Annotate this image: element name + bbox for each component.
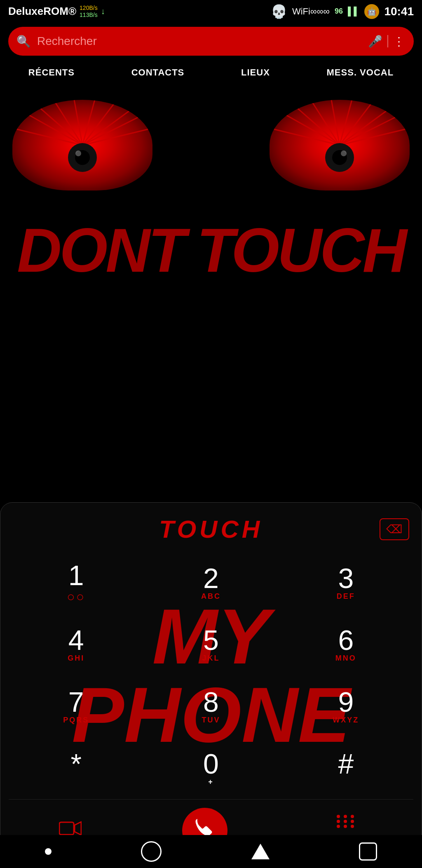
dial-num-hash: # xyxy=(338,750,354,778)
svg-point-23 xyxy=(344,815,347,818)
svg-point-28 xyxy=(337,825,340,828)
dialpad-header: TOUCH ⌫ xyxy=(9,515,413,543)
svg-rect-20 xyxy=(59,822,74,835)
svg-point-29 xyxy=(344,825,347,828)
right-eye-svg xyxy=(270,100,410,191)
speed-info: 120B/s 113B/s xyxy=(80,5,98,19)
microphone-icon[interactable]: 🎤 xyxy=(368,35,382,48)
skull-icon: 💀 xyxy=(271,4,287,19)
tab-contacts[interactable]: CONTACTS xyxy=(127,64,189,81)
dial-key-4[interactable]: 4 GHI xyxy=(9,614,143,675)
svg-point-26 xyxy=(344,820,347,823)
tab-lieux[interactable]: LIEUX xyxy=(237,64,274,81)
dial-sub-2: ABC xyxy=(201,592,221,601)
app-name: DeluxeROM® xyxy=(8,5,76,18)
bg-text-dont: DONT xyxy=(17,216,184,285)
svg-point-27 xyxy=(351,820,354,823)
dial-num-6: 6 xyxy=(338,626,354,654)
right-eye-glow xyxy=(270,100,410,191)
svg-line-4 xyxy=(82,100,95,145)
nav-home-button[interactable] xyxy=(141,841,162,862)
svg-line-7 xyxy=(82,112,148,145)
dial-sub-5: JKL xyxy=(202,654,220,663)
more-options-icon[interactable]: ⋮ xyxy=(393,35,406,48)
dialpad-grid-wrap: MY PHONE 1 ○○ 2 ABC 3 DEF xyxy=(9,552,413,799)
dial-key-1[interactable]: 1 ○○ xyxy=(9,552,143,614)
dialpad-icon xyxy=(335,813,356,834)
battery-icon: 96 xyxy=(335,7,343,16)
dial-key-5[interactable]: 5 JKL xyxy=(143,614,278,675)
search-input[interactable]: Rechercher xyxy=(37,35,362,48)
status-right: 💀 WiFi∞∞∞ 96 ▌▌ 🤖 10:41 xyxy=(271,4,414,19)
svg-marker-21 xyxy=(75,822,81,835)
eye-shine xyxy=(75,151,81,156)
dial-key-8[interactable]: 8 TUV xyxy=(143,675,278,737)
dial-num-5: 5 xyxy=(203,626,219,654)
dialpad-container: TOUCH ⌫ MY PHONE 1 ○○ 2 ABC xyxy=(0,502,422,868)
dial-key-star[interactable]: * xyxy=(9,737,143,799)
left-eye xyxy=(12,100,152,191)
dial-num-8: 8 xyxy=(203,688,219,716)
dial-sub-7: PQRS xyxy=(63,716,89,725)
search-icon: 🔍 xyxy=(16,35,31,48)
svg-point-30 xyxy=(351,825,354,828)
right-eye xyxy=(270,100,410,191)
dial-key-9[interactable]: 9 WXYZ xyxy=(279,675,413,737)
dial-num-9: 9 xyxy=(338,688,354,716)
arrow-down-icon: ↓ xyxy=(101,7,105,16)
dialpad-title: TOUCH xyxy=(159,515,263,543)
dial-sub-4: GHI xyxy=(68,654,84,663)
tab-recents[interactable]: RÉCENTS xyxy=(24,64,79,81)
dial-key-2[interactable]: 2 ABC xyxy=(143,552,278,614)
svg-point-22 xyxy=(337,815,340,818)
dial-sub-8: TUV xyxy=(202,716,220,725)
status-bar: DeluxeROM® 120B/s 113B/s ↓ 💀 WiFi∞∞∞ 96 … xyxy=(0,0,422,23)
signal-bar-icon: ▌▌ xyxy=(348,7,359,16)
left-eye-glow xyxy=(12,100,152,191)
dial-key-6[interactable]: 6 MNO xyxy=(279,614,413,675)
dial-sub-3: DEF xyxy=(337,592,355,601)
search-bar[interactable]: 🔍 Rechercher 🎤 ⋮ xyxy=(8,27,414,56)
eye-container xyxy=(0,100,422,191)
eye-shine xyxy=(341,151,347,156)
dial-sub-9: WXYZ xyxy=(333,716,359,725)
nav-bar xyxy=(0,835,422,868)
left-eye-svg xyxy=(12,100,152,191)
dialpad-grid: 1 ○○ 2 ABC 3 DEF 4 GHI 5 JKL xyxy=(9,552,413,799)
tabs-bar: RÉCENTS CONTACTS LIEUX MESS. VOCAL xyxy=(0,60,422,83)
dial-num-1: 1 xyxy=(68,561,84,589)
svg-point-25 xyxy=(337,820,340,823)
dial-sub-0: + xyxy=(208,778,214,787)
avatar-icon: 🤖 xyxy=(364,4,379,19)
dial-num-2: 2 xyxy=(203,564,219,592)
svg-line-10 xyxy=(274,108,340,145)
backspace-button[interactable]: ⌫ xyxy=(380,518,409,540)
nav-dot xyxy=(45,848,52,855)
nav-back-button[interactable] xyxy=(251,844,270,859)
svg-line-0 xyxy=(16,108,82,145)
dial-num-4: 4 xyxy=(68,626,84,654)
speed-down: 113B/s xyxy=(80,12,98,19)
dial-num-7: 7 xyxy=(68,688,84,716)
wallpaper-text: DONT TOUCH xyxy=(0,219,422,281)
dialpad: TOUCH ⌫ MY PHONE 1 ○○ 2 ABC xyxy=(0,502,422,868)
dial-num-3: 3 xyxy=(338,564,354,592)
dial-key-hash[interactable]: # xyxy=(279,737,413,799)
divider xyxy=(387,35,388,47)
dial-key-0[interactable]: 0 + xyxy=(143,737,278,799)
dial-num-0: 0 xyxy=(203,750,219,778)
dial-key-7[interactable]: 7 PQRS xyxy=(9,675,143,737)
svg-point-24 xyxy=(351,815,354,818)
wallpaper-area: DONT TOUCH xyxy=(0,83,422,446)
dial-key-3[interactable]: 3 DEF xyxy=(279,552,413,614)
tab-voicemail[interactable]: MESS. VOCAL xyxy=(323,64,398,81)
dial-sub-6: MNO xyxy=(335,654,356,663)
speed-up: 120B/s xyxy=(80,5,98,12)
svg-line-17 xyxy=(340,112,406,145)
dial-num-star: * xyxy=(70,750,81,778)
nav-recents-button[interactable] xyxy=(359,842,377,861)
status-left: DeluxeROM® 120B/s 113B/s ↓ xyxy=(8,5,105,19)
bg-text-touch: TOUCH xyxy=(197,216,405,285)
time-display: 10:41 xyxy=(384,5,414,18)
svg-line-14 xyxy=(340,100,352,145)
